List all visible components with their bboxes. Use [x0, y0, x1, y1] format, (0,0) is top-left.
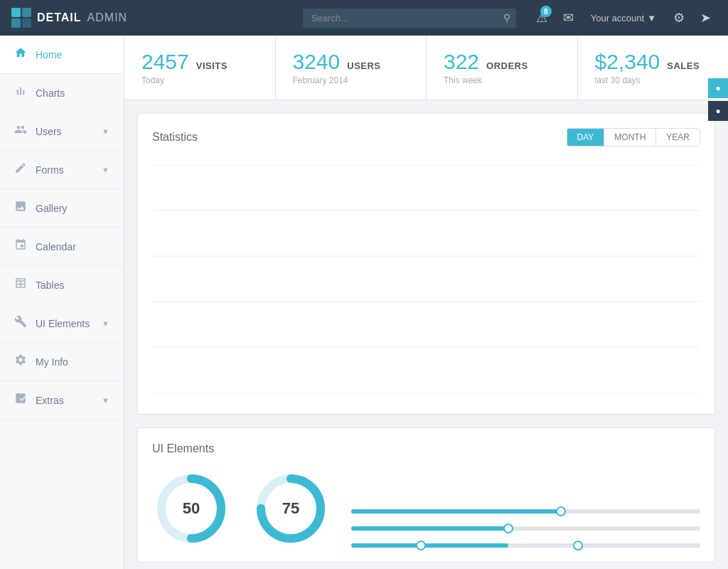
home-icon [14, 46, 27, 63]
share-button[interactable]: ➤ [695, 7, 717, 28]
tables-icon [14, 277, 27, 293]
toggle-button-2[interactable]: ● [708, 101, 728, 121]
account-button[interactable]: Your account ▼ [584, 10, 663, 26]
orders-sub: This week [444, 75, 560, 85]
account-label: Your account [591, 13, 644, 23]
search-button[interactable]: ⚲ [503, 12, 510, 23]
brand-detail-text: DETAIL [37, 11, 82, 24]
slider-1-row [351, 509, 700, 514]
slider-3-row [351, 543, 700, 548]
slider-3-track[interactable] [351, 543, 700, 548]
sidebar: Home Charts Users ▼ Forms ▼ Gall [0, 36, 124, 569]
time-filter-year[interactable]: YEAR [656, 129, 700, 146]
sidebar-item-forms[interactable]: Forms ▼ [0, 151, 124, 189]
nav-icons-group: ⚠ 8 ✉ Your account ▼ ⚙ ➤ [530, 7, 717, 28]
alerts-button[interactable]: ⚠ 8 [530, 7, 553, 28]
donut-2-label: 75 [282, 499, 299, 518]
svg-rect-1 [22, 8, 31, 17]
sales-label: SALES [667, 60, 700, 71]
sidebar-tables-label: Tables [36, 280, 64, 291]
users-icon [14, 123, 27, 139]
svg-rect-0 [11, 8, 21, 17]
sidebar-my-info-label: My Info [36, 356, 68, 368]
toggle-button-1[interactable]: ● [708, 78, 728, 98]
extras-arrow-icon: ▼ [102, 396, 109, 405]
ui-elements-content: 50 75 [152, 469, 700, 548]
toggle-2-icon: ● [715, 106, 720, 116]
slider-2-track[interactable] [351, 526, 700, 531]
sidebar-item-home[interactable]: Home [0, 36, 124, 74]
sidebar-charts-label: Charts [36, 87, 65, 99]
brand-admin-text: ADMIN [87, 11, 128, 24]
statistics-header: Statistics DAY MONTH YEAR [152, 128, 700, 147]
charts-icon [14, 85, 27, 101]
brand-logo: DETAIL ADMIN [11, 8, 127, 28]
slider-2-thumb[interactable] [503, 523, 513, 533]
sidebar-item-ui-elements[interactable]: UI Elements ▼ [0, 304, 124, 343]
mail-icon: ✉ [563, 11, 574, 25]
sidebar-item-calendar[interactable]: Calendar [0, 228, 124, 266]
sidebar-forms-label: Forms [36, 164, 64, 176]
sales-sub: last 30 days [595, 75, 712, 85]
orders-number: 322 [444, 50, 479, 74]
forms-arrow-icon: ▼ [102, 166, 109, 174]
sidebar-item-users[interactable]: Users ▼ [0, 112, 124, 151]
sidebar-item-charts[interactable]: Charts [0, 74, 124, 112]
top-navigation: DETAIL ADMIN ⚲ ⚠ 8 ✉ Your account ▼ ⚙ ➤ [0, 0, 728, 36]
visits-number: 2457 [141, 50, 189, 74]
donut-chart-2: 75 [252, 469, 330, 548]
sales-number: $2,340 [595, 50, 660, 74]
slider-1-thumb[interactable] [556, 506, 566, 516]
slider-2-fill [351, 526, 508, 531]
toggle-1-icon: ● [715, 83, 720, 93]
sidebar-users-label: Users [36, 126, 62, 137]
sidebar-extras-label: Extras [36, 395, 64, 406]
chart-svg [152, 165, 700, 393]
sidebar-item-my-info[interactable]: My Info [0, 343, 124, 381]
ui-elements-icon [14, 315, 27, 331]
visits-sub: Today [141, 75, 258, 85]
ui-elements-section: UI Elements 50 [137, 427, 715, 563]
stat-sales: $2,340 SALES last 30 days [578, 36, 729, 100]
brand-icon [11, 8, 31, 28]
donut-chart-1: 50 [152, 469, 230, 548]
slider-2-row [351, 526, 700, 531]
users-number: 3240 [293, 50, 341, 74]
time-filter-group: DAY MONTH YEAR [567, 128, 700, 147]
settings-button[interactable]: ⚙ [668, 7, 690, 28]
slider-1-track[interactable] [351, 509, 700, 514]
statistics-section: Statistics DAY MONTH YEAR [137, 113, 715, 415]
orders-label: ORDERS [486, 60, 528, 71]
svg-rect-3 [22, 18, 31, 28]
statistics-title: Statistics [152, 131, 198, 144]
sidebar-item-tables[interactable]: Tables [0, 266, 124, 304]
donut-container-2: 75 [252, 469, 330, 548]
stat-visits: 2457 VISITS Today [124, 36, 276, 100]
account-chevron-icon: ▼ [647, 13, 656, 23]
sidebar-gallery-label: Gallery [36, 203, 67, 214]
calendar-icon [14, 238, 27, 255]
gear-icon: ⚙ [673, 11, 685, 25]
search-input[interactable] [303, 9, 516, 28]
slider-3-thumb-max[interactable] [573, 541, 583, 551]
main-layout: Home Charts Users ▼ Forms ▼ Gall [0, 36, 728, 569]
share-icon: ➤ [700, 11, 711, 25]
main-content: 2457 VISITS Today 3240 USERS February 20… [124, 36, 728, 569]
time-filter-month[interactable]: MONTH [604, 129, 656, 146]
stat-users: 3240 USERS February 2014 [276, 36, 427, 100]
ui-elements-title: UI Elements [152, 442, 700, 455]
sliders-container [351, 509, 700, 548]
sidebar-item-gallery[interactable]: Gallery [0, 189, 124, 228]
right-panel-toggles: ● ● [708, 78, 728, 121]
sidebar-item-extras[interactable]: Extras ▼ [0, 381, 124, 420]
svg-rect-2 [11, 18, 21, 28]
search-container: ⚲ [303, 9, 516, 28]
slider-3-thumb-min[interactable] [416, 541, 426, 551]
gallery-icon [14, 200, 27, 216]
visits-label: VISITS [196, 60, 228, 71]
sidebar-ui-elements-label: UI Elements [36, 318, 90, 329]
statistics-chart [152, 158, 700, 400]
messages-button[interactable]: ✉ [557, 7, 579, 28]
time-filter-day[interactable]: DAY [567, 129, 605, 146]
users-label: USERS [347, 60, 380, 71]
